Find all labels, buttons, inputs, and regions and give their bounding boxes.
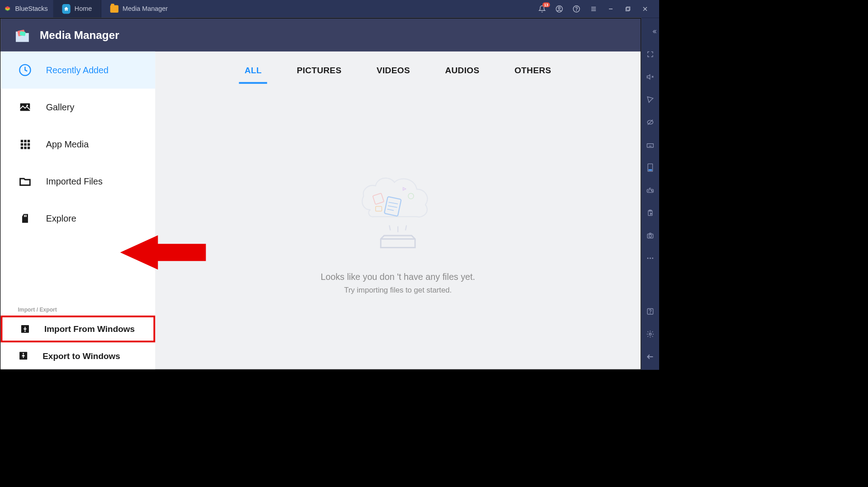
- svg-point-16: [26, 105, 28, 107]
- svg-rect-19: [28, 140, 30, 142]
- keyboard-icon[interactable]: [642, 137, 659, 153]
- media-manager-app-icon: [13, 27, 32, 43]
- maximize-icon[interactable]: [623, 5, 632, 14]
- tab-media-manager[interactable]: Media Manager: [101, 0, 177, 18]
- svg-point-63: [647, 258, 648, 259]
- sidebar-label: Explore: [46, 213, 76, 224]
- svg-point-3: [576, 10, 577, 11]
- sidebar-label: App Media: [46, 139, 89, 150]
- brand-label: BlueStacks: [15, 5, 47, 13]
- home-icon: [62, 5, 70, 13]
- more-icon[interactable]: [642, 250, 659, 266]
- svg-rect-37: [376, 206, 382, 211]
- tab-videos[interactable]: VIDEOS: [371, 62, 415, 84]
- sd-card-icon: [18, 211, 32, 226]
- svg-marker-43: [647, 97, 653, 103]
- export-icon: [18, 350, 28, 361]
- tab-all[interactable]: ALL: [239, 62, 267, 84]
- svg-point-64: [650, 258, 651, 259]
- right-toolbar: [642, 18, 659, 369]
- svg-rect-8: [627, 7, 630, 10]
- svg-rect-20: [21, 143, 23, 146]
- bluestacks-logo-icon: [4, 5, 12, 13]
- sidebar-label: Import From Windows: [44, 324, 135, 334]
- svg-rect-18: [24, 140, 26, 142]
- svg-rect-9: [626, 8, 629, 11]
- svg-point-38: [408, 194, 414, 199]
- sidebar-item-explore[interactable]: Explore: [1, 200, 156, 237]
- tab-pictures[interactable]: PICTURES: [291, 62, 347, 84]
- menu-icon[interactable]: [589, 5, 598, 14]
- notification-bell-icon[interactable]: 13: [538, 5, 547, 14]
- svg-rect-13: [19, 31, 25, 36]
- volume-mute-icon[interactable]: [642, 69, 659, 85]
- back-arrow-icon[interactable]: [642, 349, 659, 365]
- svg-line-41: [406, 225, 406, 230]
- tab-others[interactable]: OTHERS: [509, 62, 557, 84]
- svg-point-67: [650, 313, 651, 313]
- folder-icon: [110, 5, 118, 13]
- svg-point-29: [24, 331, 26, 332]
- import-export-section-label: Import / Export: [1, 300, 156, 316]
- svg-rect-17: [21, 140, 23, 142]
- svg-rect-27: [26, 215, 27, 217]
- sidebar-label: Imported Files: [46, 176, 103, 187]
- svg-line-35: [387, 209, 394, 210]
- eye-off-icon[interactable]: [642, 114, 659, 130]
- grid-icon: [18, 137, 32, 151]
- app-header: Media Manager: [1, 19, 641, 52]
- location-icon[interactable]: [642, 91, 659, 108]
- clipboard-icon[interactable]: [642, 205, 659, 221]
- tab-audios[interactable]: AUDIOS: [439, 62, 485, 84]
- tab-label: Home: [75, 5, 92, 13]
- notification-badge: 13: [542, 2, 550, 7]
- sidebar-label: Gallery: [46, 102, 75, 113]
- main-content: Media Manager Recently Added Gallery App…: [0, 18, 642, 369]
- svg-rect-46: [647, 144, 653, 147]
- collapse-sidebar-icon[interactable]: [646, 24, 663, 40]
- sidebar-item-recently-added[interactable]: Recently Added: [1, 52, 156, 89]
- left-sidebar: Recently Added Gallery App Media Importe…: [1, 52, 156, 369]
- sidebar-label: Recently Added: [46, 65, 108, 76]
- device-icon[interactable]: [642, 159, 659, 175]
- gamepad-icon[interactable]: [642, 182, 659, 198]
- help-icon[interactable]: [572, 5, 581, 14]
- sidebar-export-to-windows[interactable]: Export to Windows: [1, 342, 156, 369]
- account-icon[interactable]: [555, 5, 564, 14]
- svg-point-62: [649, 235, 652, 237]
- svg-line-39: [389, 225, 390, 230]
- gallery-icon: [18, 100, 32, 114]
- svg-point-58: [652, 191, 652, 191]
- svg-rect-23: [21, 147, 23, 149]
- tab-home[interactable]: Home: [53, 0, 101, 18]
- svg-rect-22: [28, 143, 30, 146]
- svg-point-31: [23, 353, 24, 355]
- sidebar-import-from-windows[interactable]: Import From Windows: [1, 316, 156, 342]
- clock-icon: [18, 63, 32, 77]
- svg-point-68: [649, 333, 651, 336]
- content-tabs: ALL PICTURES VIDEOS AUDIOS OTHERS: [155, 52, 641, 84]
- close-icon[interactable]: [641, 5, 650, 14]
- svg-rect-36: [373, 193, 384, 204]
- sidebar-item-app-media[interactable]: App Media: [1, 126, 156, 163]
- help-square-icon[interactable]: [642, 303, 659, 320]
- tab-label: Media Manager: [123, 5, 168, 13]
- minimize-icon[interactable]: [606, 5, 615, 14]
- sidebar-label: Export to Windows: [42, 351, 120, 361]
- camera-icon[interactable]: [642, 227, 659, 244]
- empty-illustration-icon: [346, 158, 449, 261]
- svg-line-33: [389, 202, 398, 204]
- sidebar-item-gallery[interactable]: Gallery: [1, 89, 156, 126]
- svg-rect-26: [24, 215, 25, 217]
- app-title: Media Manager: [40, 28, 119, 41]
- empty-message-line2: Try importing files to get started.: [344, 286, 452, 295]
- svg-rect-24: [24, 147, 26, 149]
- settings-gear-icon[interactable]: [642, 326, 659, 342]
- fullscreen-icon[interactable]: [642, 46, 659, 62]
- folder-outline-icon: [18, 174, 32, 189]
- import-icon: [19, 323, 30, 334]
- empty-message-line1: Looks like you don 't have any files yet…: [321, 272, 475, 283]
- svg-rect-53: [649, 169, 652, 170]
- sidebar-item-imported-files[interactable]: Imported Files: [1, 163, 156, 200]
- red-arrow-annotation-icon: [120, 235, 206, 270]
